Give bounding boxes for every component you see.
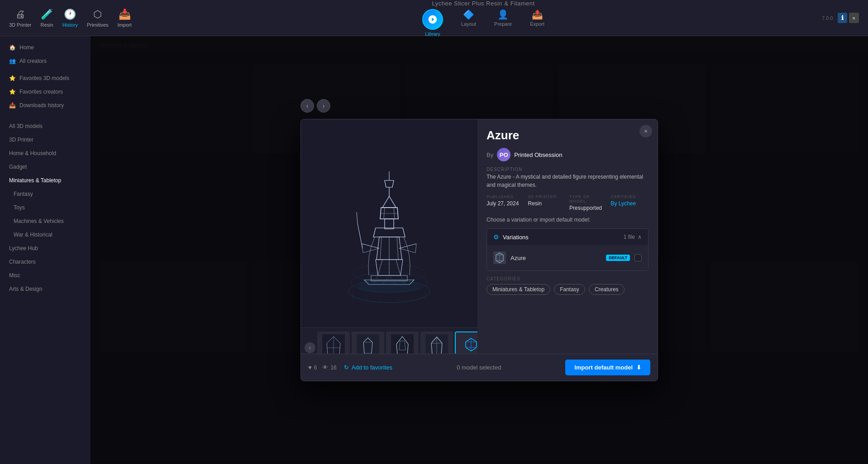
sidebar-item-downloads-history[interactable]: 📥 Downloads history	[0, 99, 91, 112]
sidebar-item-all-3d-models[interactable]: All 3D models	[0, 119, 91, 133]
import-default-model-button[interactable]: Import default model ⬇	[565, 360, 650, 375]
thumb5-3d-svg	[464, 337, 477, 352]
printer-value: Resin	[528, 200, 566, 207]
nav-primitives[interactable]: ⬡ Primitives	[87, 9, 109, 28]
sidebar-item-3d-printer[interactable]: 3D Printer	[0, 133, 91, 147]
sidebar-item-miniatures-tabletop[interactable]: Miniatures & Tabletop	[0, 174, 91, 187]
model-3d-container	[321, 137, 457, 309]
primitives-icon: ⬡	[93, 9, 102, 20]
variation-checkbox[interactable]	[634, 254, 642, 261]
thumb2-svg	[357, 334, 379, 354]
svg-marker-33	[382, 196, 396, 208]
add-to-favorites-button[interactable]: ↻ Add to favorites	[344, 364, 392, 371]
favorites-3d-icon: ⭐	[9, 75, 16, 81]
sidebar-item-machines-vehicles[interactable]: Machines & Vehicles	[0, 214, 91, 228]
sidebar-item-war-historical[interactable]: War & Historical	[0, 228, 91, 241]
favorites-creators-icon: ⭐	[9, 89, 16, 95]
info-button[interactable]: ℹ	[838, 13, 847, 23]
modal-next-button[interactable]: ›	[317, 99, 330, 113]
svg-line-31	[384, 208, 385, 219]
svg-marker-35	[385, 180, 394, 187]
nav-3d-printer-label: 3D Printer	[9, 22, 32, 28]
variation-model-icon	[495, 252, 504, 263]
svg-rect-46	[357, 334, 379, 354]
variations-title: ⚙ Variations	[493, 233, 529, 241]
import-btn-label: Import default model	[574, 364, 633, 371]
tab-export[interactable]: 📤 Export	[530, 9, 544, 37]
tab-library[interactable]: Library	[422, 9, 443, 37]
category-tag-miniatures[interactable]: Miniatures & Tabletop	[486, 284, 550, 295]
tab-layout[interactable]: 🔷 Layout	[461, 9, 476, 37]
sidebar-item-gadget[interactable]: Gadget	[0, 160, 91, 174]
creator-initials: PO	[500, 152, 508, 158]
category-tag-creatures[interactable]: Creatures	[589, 284, 625, 295]
thumb-3d-label: 3D	[468, 353, 474, 354]
svg-line-12	[378, 260, 382, 275]
download-icon: ⬇	[636, 364, 641, 371]
variations-count: 1 file	[624, 234, 635, 240]
version-text: 7.0.0	[822, 15, 833, 21]
all-creators-icon: 👥	[9, 58, 16, 64]
nav-import[interactable]: 📥 Import	[118, 9, 132, 28]
modal-close-button[interactable]: ×	[639, 125, 652, 137]
svg-line-32	[394, 208, 395, 219]
export-icon: 📤	[532, 9, 543, 20]
sidebar-item-misc[interactable]: Misc	[0, 269, 91, 282]
sidebar-item-all-creators[interactable]: 👥 All creators	[0, 54, 91, 68]
refresh-icon: ↻	[344, 364, 349, 371]
thumbnail-3[interactable]	[386, 331, 419, 354]
printer-label: 3D PRINTER	[528, 194, 566, 199]
layout-icon: 🔷	[463, 9, 474, 20]
variations-header[interactable]: ⚙ Variations 1 file ∧	[487, 229, 648, 245]
category-tag-fantasy[interactable]: Fantasy	[554, 284, 585, 295]
modal-wrapper: ‹ › ×	[300, 119, 658, 381]
sidebar-item-favorites-creators[interactable]: ⭐ Favorites creators	[0, 85, 91, 99]
thumbnail-4[interactable]	[420, 331, 453, 354]
topbar-center: Lychee Slicer Plus Resin & Filament Libr…	[145, 0, 822, 37]
choose-variation-label: Choose a variation or import default mod…	[486, 217, 649, 223]
tab-buttons: Library 🔷 Layout 👤 Prepare 📤 Export	[422, 9, 544, 37]
topbar: 🖨 3D Printer 🧪 Resin 🕐 History ⬡ Primiti…	[0, 0, 868, 36]
likes-count: 6	[314, 365, 317, 371]
thumb3-svg	[391, 334, 414, 354]
models-selected-label: 0 model selected	[400, 364, 558, 371]
close-corner-button[interactable]: ×	[849, 13, 859, 23]
modal-prev-button[interactable]: ‹	[300, 99, 314, 113]
variations-gear-icon: ⚙	[493, 233, 499, 241]
certified-value: By Lychee	[611, 200, 649, 207]
thumbnail-2[interactable]	[352, 331, 384, 354]
thumbnail-5-3d[interactable]: 3D	[455, 331, 477, 354]
thumb-prev-button[interactable]: ‹	[305, 342, 315, 353]
tab-export-label: Export	[530, 21, 544, 27]
app-title-text: Lychee Slicer Plus Resin & Filament	[432, 0, 534, 7]
sidebar-item-lychee-hub[interactable]: Lychee Hub	[0, 241, 91, 255]
likes-stat: ♥ 6	[308, 364, 317, 371]
printer-icon: 🖨	[15, 9, 25, 20]
views-stat: 👁 16	[322, 364, 336, 371]
svg-line-24	[399, 244, 416, 248]
sidebar-item-characters[interactable]: Characters	[0, 255, 91, 269]
sidebar-item-favorites-3d[interactable]: ⭐ Favorites 3D models	[0, 71, 91, 85]
sidebar-item-toys[interactable]: Toys	[0, 201, 91, 214]
modal-nav-buttons: ‹ ›	[300, 99, 330, 113]
published-value: July 27, 2024	[486, 200, 525, 207]
sidebar-item-home[interactable]: 🏠 Home	[0, 41, 91, 54]
nav-resin[interactable]: 🧪 Resin	[41, 9, 53, 28]
creator-name[interactable]: Printed Obsession	[514, 152, 562, 158]
meta-printer: 3D PRINTER Resin	[528, 194, 566, 211]
sidebar-item-arts-design[interactable]: Arts & Design	[0, 282, 91, 296]
sidebar: 🏠 Home 👥 All creators ⭐ Favorites 3D mod…	[0, 36, 91, 464]
nav-history[interactable]: 🕐 History	[62, 9, 78, 28]
default-badge: Default	[606, 255, 630, 261]
nav-3d-printer[interactable]: 🖨 3D Printer	[9, 9, 32, 28]
thumb1-svg	[322, 334, 345, 354]
category-tags: Miniatures & Tabletop Fantasy Creatures	[486, 284, 649, 295]
sidebar-item-home-household[interactable]: Home & Household	[0, 147, 91, 160]
tab-prepare[interactable]: 👤 Prepare	[494, 9, 512, 37]
metadata-grid: PUBLISHED July 27, 2024 3D PRINTER Resin…	[486, 194, 649, 211]
svg-line-18	[397, 237, 398, 260]
add-favorites-label: Add to favorites	[352, 364, 392, 371]
svg-line-20	[363, 248, 379, 253]
thumbnail-1[interactable]	[317, 331, 350, 354]
sidebar-item-fantasy[interactable]: Fantasy	[0, 187, 91, 201]
